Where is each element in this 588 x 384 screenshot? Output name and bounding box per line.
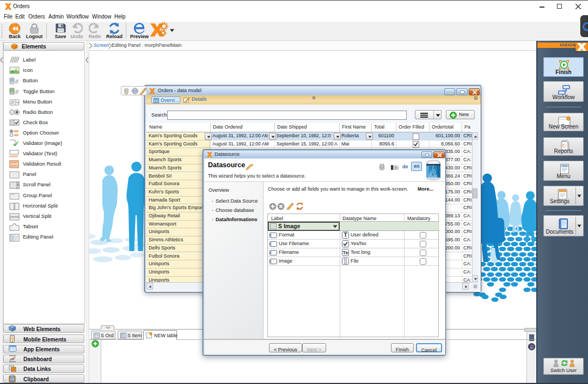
svg-text:Te: Te xyxy=(343,250,348,255)
svg-text:T: T xyxy=(344,231,347,238)
svg-text:10: 10 xyxy=(344,261,347,264)
